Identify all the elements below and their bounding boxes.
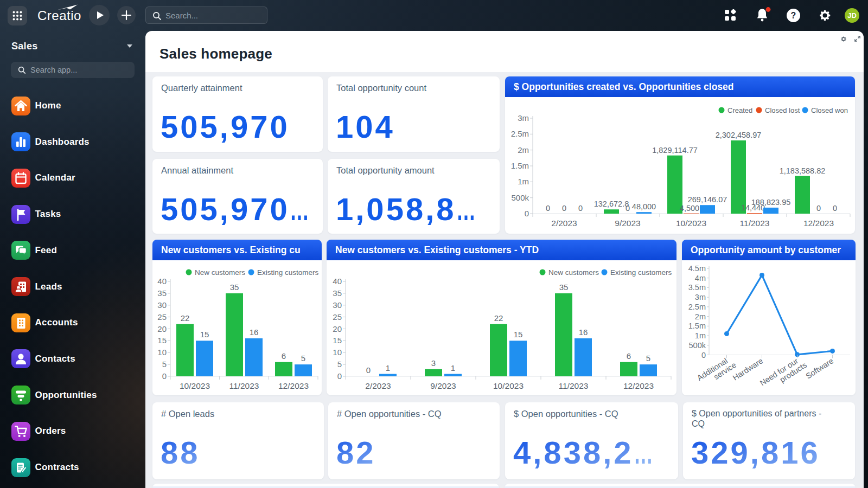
svg-text:10/2023: 10/2023 (676, 219, 706, 228)
svg-text:0: 0 (525, 209, 529, 218)
svg-text:1m: 1m (518, 177, 529, 186)
svg-text:3m: 3m (695, 293, 706, 301)
svg-text:6: 6 (627, 351, 631, 361)
svg-text:35: 35 (559, 282, 569, 292)
svg-text:Existing customers: Existing customers (257, 268, 319, 277)
svg-text:22: 22 (181, 313, 190, 323)
svg-text:9/2023: 9/2023 (615, 219, 640, 228)
svg-text:4m: 4m (695, 274, 706, 282)
svg-text:11/2023: 11/2023 (229, 381, 259, 390)
svg-text:12/2023: 12/2023 (623, 381, 654, 390)
svg-text:0: 0 (626, 204, 630, 213)
svg-text:188,823.95: 188,823.95 (751, 198, 791, 207)
svg-text:2.5m: 2.5m (688, 303, 706, 311)
svg-text:10: 10 (333, 348, 342, 357)
svg-text:5: 5 (162, 359, 167, 369)
svg-text:16: 16 (579, 328, 588, 337)
svg-text:0: 0 (366, 365, 371, 375)
svg-text:40: 40 (157, 277, 167, 286)
svg-text:35: 35 (333, 288, 342, 298)
svg-text:40: 40 (333, 277, 342, 286)
svg-text:0: 0 (337, 371, 342, 381)
svg-text:2.5m: 2.5m (511, 129, 529, 138)
svg-text:1: 1 (451, 363, 455, 373)
svg-text:132,672.8: 132,672.8 (594, 200, 629, 208)
svg-text:20: 20 (157, 324, 167, 333)
svg-text:5: 5 (646, 354, 650, 363)
svg-text:5: 5 (337, 359, 342, 369)
svg-text:16: 16 (250, 328, 259, 337)
svg-text:Existing customers: Existing customers (610, 268, 672, 277)
svg-text:0: 0 (162, 371, 167, 381)
svg-text:2m: 2m (695, 312, 706, 321)
svg-text:35: 35 (157, 288, 167, 298)
svg-text:30: 30 (333, 300, 342, 310)
svg-text:2m: 2m (518, 145, 529, 155)
svg-text:1.5m: 1.5m (688, 322, 706, 330)
svg-text:New customers: New customers (195, 268, 245, 277)
svg-text:9/2023: 9/2023 (430, 381, 456, 390)
svg-text:5: 5 (301, 354, 305, 363)
svg-text:Hardware: Hardware (731, 356, 764, 382)
svg-text:48,000: 48,000 (632, 202, 656, 211)
svg-text:15: 15 (200, 330, 209, 339)
svg-text:1,829,114.77: 1,829,114.77 (652, 146, 698, 155)
svg-text:15: 15 (514, 330, 523, 339)
svg-text:1: 1 (386, 363, 390, 373)
svg-text:500k: 500k (689, 341, 706, 350)
svg-text:?: ? (791, 11, 796, 20)
svg-text:Software: Software (804, 356, 835, 381)
svg-text:Closed won: Closed won (811, 106, 848, 114)
svg-text:22: 22 (494, 313, 503, 323)
svg-text:0: 0 (578, 204, 583, 213)
svg-text:0: 0 (701, 351, 706, 359)
svg-text:2/2023: 2/2023 (551, 219, 577, 228)
svg-text:30: 30 (157, 300, 167, 310)
svg-text:15: 15 (157, 336, 167, 345)
svg-text:20: 20 (333, 324, 342, 333)
svg-text:269,146.07: 269,146.07 (688, 195, 727, 204)
svg-text:1.5m: 1.5m (511, 161, 529, 170)
svg-text:11/2023: 11/2023 (740, 219, 770, 228)
svg-text:New customers: New customers (548, 268, 599, 277)
svg-text:3m: 3m (518, 113, 529, 123)
svg-text:25: 25 (157, 312, 167, 322)
svg-text:4,500: 4,500 (680, 204, 699, 213)
svg-text:500k: 500k (511, 193, 529, 202)
svg-text:3.5m: 3.5m (688, 283, 706, 292)
svg-text:10/2023: 10/2023 (180, 381, 210, 390)
svg-text:2/2023: 2/2023 (365, 381, 391, 390)
svg-text:2,302,458.97: 2,302,458.97 (716, 131, 762, 139)
svg-text:6: 6 (282, 351, 286, 361)
svg-text:1,183,588.82: 1,183,588.82 (780, 166, 826, 175)
svg-text:12/2023: 12/2023 (803, 219, 834, 228)
svg-text:35: 35 (230, 282, 239, 292)
svg-text:10: 10 (157, 348, 167, 357)
svg-text:0: 0 (562, 204, 566, 213)
svg-text:Need for ourproducts: Need for ourproducts (758, 354, 808, 394)
svg-text:1m: 1m (695, 331, 706, 340)
svg-text:25: 25 (333, 312, 342, 322)
svg-text:0: 0 (833, 204, 837, 213)
svg-text:0: 0 (546, 204, 550, 213)
svg-text:3: 3 (431, 358, 436, 368)
svg-text:Created: Created (727, 106, 752, 114)
svg-text:Closed lost: Closed lost (765, 106, 800, 114)
svg-text:4.5m: 4.5m (688, 264, 706, 273)
svg-text:12/2023: 12/2023 (278, 381, 309, 390)
svg-text:11/2023: 11/2023 (559, 381, 589, 390)
svg-text:10/2023: 10/2023 (493, 381, 524, 390)
svg-text:15: 15 (333, 336, 342, 345)
svg-text:0: 0 (816, 204, 821, 213)
